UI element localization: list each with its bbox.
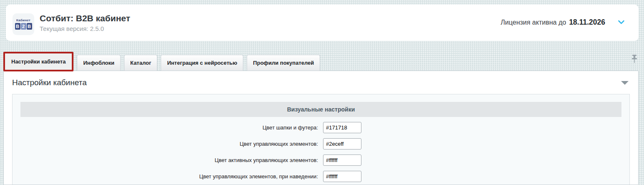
chevron-down-icon[interactable]	[618, 20, 625, 25]
tab-neural-integration[interactable]: Интеграция с нейросетью	[161, 55, 243, 71]
logo-letter: 2	[21, 23, 26, 30]
tab-catalog[interactable]: Каталог	[124, 55, 157, 71]
license-label: Лицензия активна до	[501, 19, 566, 26]
collapse-arrow-icon[interactable]	[621, 81, 629, 85]
tab-infoblocks[interactable]: Инфоблоки	[77, 55, 121, 71]
logo-caption: Кабинет	[16, 18, 30, 22]
panel-header: Настройки кабинета	[4, 71, 638, 93]
setting-row: Цвет шапки и футера:	[20, 122, 621, 133]
page-title: Сотбит: B2B кабинет	[40, 13, 130, 23]
field-label: Цвет шапки и футера:	[20, 124, 321, 131]
tab-bar: Настройки кабинета Инфоблоки Каталог Инт…	[3, 51, 323, 71]
tab-buyer-profiles[interactable]: Профили покупателей	[247, 55, 320, 71]
header-text-block: Сотбит: B2B кабинет Текущая версия: 2.5.…	[40, 13, 130, 32]
logo-b2b-mark: B 2 B	[15, 23, 32, 30]
license-date: 18.11.2026	[569, 18, 605, 27]
hover-control-elements-color-input[interactable]	[323, 171, 361, 182]
license-info: Лицензия активна до 18.11.2026	[501, 18, 625, 27]
version-label: Текущая версия: 2.5.0	[40, 25, 130, 32]
setting-row: Цвет управляющих элементов, при наведени…	[20, 171, 621, 182]
field-label: Цвет управляющих элементов, при наведени…	[20, 173, 321, 180]
control-elements-color-input[interactable]	[323, 138, 361, 150]
panel-title: Настройки кабинета	[12, 78, 87, 87]
field-label: Цвет управляющих элементов:	[20, 141, 321, 147]
settings-rows: Цвет шапки и футера: Цвет управляющих эл…	[20, 122, 621, 182]
logo-letter: B	[27, 23, 32, 30]
active-control-elements-color-input[interactable]	[323, 155, 361, 166]
settings-form: Визуальные настройки Цвет шапки и футера…	[12, 94, 630, 185]
group-title: Визуальные настройки	[20, 102, 621, 117]
logo-letter: B	[15, 23, 20, 30]
app-logo: Кабинет B 2 B	[13, 13, 34, 35]
app-header: Кабинет B 2 B Сотбит: B2B кабинет Текуща…	[6, 5, 639, 41]
setting-row: Цвет управляющих элементов:	[20, 138, 621, 150]
field-label: Цвет активных управляющих элементов:	[20, 157, 321, 163]
tab-cabinet-settings[interactable]: Настройки кабинета	[3, 52, 73, 71]
pin-icon[interactable]	[631, 55, 638, 66]
setting-row: Цвет активных управляющих элементов:	[20, 155, 621, 166]
settings-panel: Настройки кабинета Визуальные настройки …	[3, 71, 639, 185]
header-footer-color-input[interactable]	[323, 122, 361, 133]
